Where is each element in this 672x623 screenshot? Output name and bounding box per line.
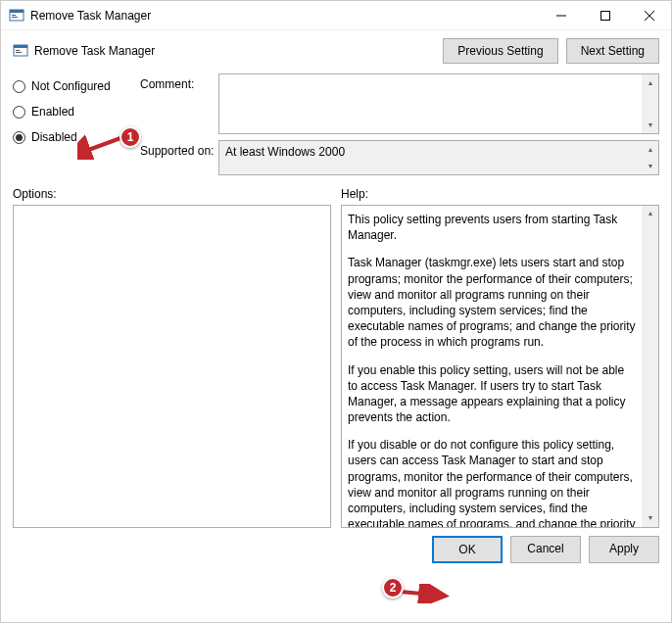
supported-on-box: At least Windows 2000 ▴ ▾ — [218, 140, 659, 175]
next-setting-button[interactable]: Next Setting — [566, 38, 659, 64]
annotation-badge-2: 2 — [382, 577, 404, 599]
comment-textarea[interactable]: ▴ ▾ — [218, 73, 659, 134]
window-controls — [539, 1, 671, 29]
footer: OK Cancel Apply — [1, 528, 671, 571]
supported-on-value: At least Windows 2000 — [225, 145, 345, 159]
scroll-up-icon[interactable]: ▴ — [642, 206, 658, 222]
options-box — [13, 205, 331, 528]
scroll-down-icon[interactable]: ▾ — [642, 158, 658, 174]
cancel-button[interactable]: Cancel — [510, 536, 581, 563]
scroll-up-icon[interactable]: ▴ — [642, 74, 658, 91]
radio-icon — [13, 80, 25, 93]
scrollbar[interactable]: ▴ ▾ — [642, 74, 658, 133]
radio-icon — [13, 131, 25, 144]
svg-line-13 — [83, 138, 120, 152]
policy-icon — [13, 43, 28, 59]
radio-icon — [13, 106, 25, 119]
minimize-button[interactable] — [539, 1, 583, 30]
titlebar: Remove Task Manager — [1, 1, 671, 30]
close-button[interactable] — [627, 1, 671, 30]
svg-rect-3 — [12, 17, 18, 18]
radio-label: Disabled — [31, 130, 77, 144]
scrollbar[interactable]: ▴ ▾ — [642, 206, 658, 527]
scroll-down-icon[interactable]: ▾ — [642, 510, 658, 527]
svg-rect-10 — [16, 50, 20, 51]
annotation-arrow-1 — [77, 132, 124, 160]
scroll-down-icon[interactable]: ▾ — [642, 117, 658, 133]
policy-name: Remove Task Manager — [34, 44, 443, 58]
help-label: Help: — [341, 187, 659, 201]
help-text: If you disable or do not configure this … — [348, 437, 637, 528]
scrollbar[interactable]: ▴ ▾ — [642, 141, 658, 174]
radio-enabled[interactable]: Enabled — [13, 105, 140, 119]
svg-line-15 — [401, 592, 442, 596]
svg-rect-5 — [600, 12, 609, 21]
svg-rect-2 — [12, 15, 16, 16]
svg-rect-11 — [16, 52, 22, 53]
help-text: Task Manager (taskmgr.exe) lets users st… — [348, 255, 637, 350]
lower-area: Options: Help: This policy setting preve… — [1, 181, 671, 528]
previous-setting-button[interactable]: Previous Setting — [443, 38, 557, 64]
help-text: This policy setting prevents users from … — [348, 212, 637, 243]
svg-rect-1 — [10, 10, 24, 13]
annotation-badge-1: 1 — [120, 126, 141, 148]
window-title: Remove Task Manager — [30, 9, 539, 23]
config-area: Not Configured Enabled Disabled Comment:… — [1, 68, 671, 181]
ok-button[interactable]: OK — [432, 536, 503, 563]
header-row: Remove Task Manager Previous Setting Nex… — [1, 30, 671, 68]
svg-rect-9 — [14, 45, 27, 48]
help-box: This policy setting prevents users from … — [341, 205, 659, 528]
supported-on-label: Supported on: — [140, 140, 218, 175]
help-text: If you enable this policy setting, users… — [348, 362, 637, 426]
options-label: Options: — [13, 187, 331, 201]
apply-button[interactable]: Apply — [589, 536, 659, 563]
radio-label: Enabled — [31, 105, 74, 119]
maximize-button[interactable] — [583, 1, 627, 30]
radio-label: Not Configured — [31, 79, 111, 93]
radio-group: Not Configured Enabled Disabled — [13, 73, 140, 181]
app-icon — [9, 8, 24, 24]
comment-label: Comment: — [140, 73, 218, 134]
scroll-up-icon[interactable]: ▴ — [642, 141, 658, 158]
radio-not-configured[interactable]: Not Configured — [13, 79, 140, 93]
